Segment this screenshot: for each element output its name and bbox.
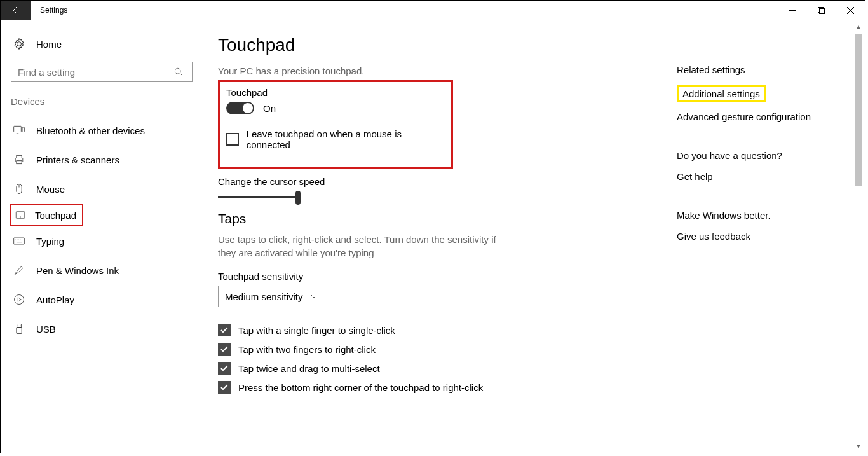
close-icon bbox=[847, 7, 854, 14]
sidebar-item-autoplay[interactable]: AutoPlay bbox=[8, 285, 198, 314]
scroll-thumb[interactable] bbox=[855, 34, 862, 186]
mouse-icon bbox=[12, 182, 26, 196]
settings-window: Settings Home bbox=[0, 0, 865, 453]
sensitivity-value: Medium sensitivity bbox=[225, 291, 303, 302]
back-button[interactable] bbox=[1, 1, 31, 20]
svg-rect-6 bbox=[17, 155, 22, 158]
home-label: Home bbox=[36, 39, 62, 50]
tap-single-finger-checkbox[interactable] bbox=[218, 324, 231, 336]
tap-two-fingers-checkbox[interactable] bbox=[218, 343, 231, 356]
press-bottom-right-checkbox[interactable] bbox=[218, 381, 231, 394]
svg-rect-1 bbox=[819, 8, 824, 13]
search-icon bbox=[174, 67, 192, 76]
sidebar-item-typing[interactable]: Typing bbox=[8, 226, 198, 256]
sensitivity-label: Touchpad sensitivity bbox=[218, 271, 668, 282]
press-bottom-right-label: Press the bottom right corner of the tou… bbox=[238, 382, 483, 393]
related-settings-head: Related settings bbox=[677, 64, 848, 75]
check-icon bbox=[220, 326, 229, 335]
sidebar-item-label: Typing bbox=[36, 236, 64, 247]
vertical-scrollbar[interactable]: ▲ ▼ bbox=[853, 21, 864, 452]
svg-point-2 bbox=[175, 68, 180, 74]
sidebar-item-label: AutoPlay bbox=[36, 294, 74, 305]
minimize-button[interactable] bbox=[777, 1, 806, 20]
check-icon bbox=[220, 383, 229, 392]
window-controls bbox=[777, 1, 865, 20]
printer-icon bbox=[12, 153, 26, 167]
sidebar-item-touchpad[interactable]: Touchpad bbox=[10, 204, 83, 226]
arrow-left-icon bbox=[11, 5, 21, 15]
svg-rect-4 bbox=[22, 127, 24, 132]
scroll-down-arrow[interactable]: ▼ bbox=[853, 441, 864, 452]
sidebar-item-bluetooth[interactable]: Bluetooth & other devices bbox=[8, 116, 198, 145]
touchpad-icon bbox=[13, 208, 27, 222]
minimize-icon bbox=[789, 7, 796, 14]
sidebar-item-label: Printers & scanners bbox=[36, 155, 119, 165]
sidebar: Home Devices Bluetooth & other devices bbox=[1, 20, 198, 453]
maximize-icon bbox=[818, 7, 825, 14]
leave-touchpad-on-checkbox[interactable] bbox=[226, 133, 239, 146]
cursor-speed-slider[interactable] bbox=[218, 196, 396, 198]
chevron-down-icon bbox=[310, 293, 318, 300]
home-button[interactable]: Home bbox=[8, 31, 198, 57]
devices-icon bbox=[12, 123, 26, 137]
sidebar-item-mouse[interactable]: Mouse bbox=[8, 174, 198, 204]
scroll-up-arrow[interactable]: ▲ bbox=[853, 21, 864, 32]
touchpad-toggle[interactable] bbox=[226, 102, 254, 114]
svg-rect-3 bbox=[14, 126, 22, 132]
usb-icon bbox=[12, 322, 26, 336]
close-button[interactable] bbox=[836, 1, 865, 20]
additional-settings-link[interactable]: Additional settings bbox=[682, 88, 760, 99]
sidebar-item-printers[interactable]: Printers & scanners bbox=[8, 145, 198, 174]
sidebar-item-label: Touchpad bbox=[35, 210, 76, 221]
toggle-knob bbox=[243, 103, 253, 113]
sidebar-item-label: USB bbox=[36, 324, 56, 335]
search-box[interactable] bbox=[11, 62, 193, 82]
highlight-frame-touchpad: Touchpad On Leave touchpad on when a mou… bbox=[218, 80, 453, 169]
advanced-gesture-link[interactable]: Advanced gesture configuration bbox=[677, 111, 848, 122]
autoplay-icon bbox=[12, 293, 26, 307]
check-icon bbox=[220, 364, 229, 373]
app-title: Settings bbox=[40, 6, 67, 15]
svg-rect-7 bbox=[17, 161, 22, 164]
maximize-button[interactable] bbox=[806, 1, 836, 20]
svg-rect-13 bbox=[17, 328, 22, 334]
taps-heading: Taps bbox=[218, 211, 668, 226]
sidebar-item-pen[interactable]: Pen & Windows Ink bbox=[8, 256, 198, 285]
sidebar-item-label: Pen & Windows Ink bbox=[36, 265, 119, 276]
tap-single-finger-label: Tap with a single finger to single-click bbox=[238, 325, 395, 336]
leave-touchpad-on-label: Leave touchpad on when a mouse is connec… bbox=[247, 128, 444, 150]
pen-icon bbox=[12, 263, 26, 277]
sidebar-group-header: Devices bbox=[11, 96, 198, 107]
page-title: Touchpad bbox=[218, 35, 668, 55]
slider-thumb[interactable] bbox=[295, 191, 301, 205]
check-icon bbox=[220, 345, 229, 354]
sidebar-item-label: Mouse bbox=[36, 184, 65, 195]
highlight-additional-settings: Additional settings bbox=[677, 85, 766, 102]
keyboard-icon bbox=[12, 234, 26, 248]
tap-twice-drag-checkbox[interactable] bbox=[218, 362, 231, 375]
content-pane: Touchpad Your PC has a precision touchpa… bbox=[198, 20, 668, 453]
precision-touchpad-text: Your PC has a precision touchpad. bbox=[218, 66, 668, 76]
toggle-state-label: On bbox=[263, 103, 276, 114]
cursor-speed-label: Change the cursor speed bbox=[218, 176, 668, 187]
get-help-link[interactable]: Get help bbox=[677, 171, 848, 182]
taps-description: Use taps to click, right-click and selec… bbox=[218, 233, 498, 259]
sidebar-item-usb[interactable]: USB bbox=[8, 314, 198, 343]
svg-rect-12 bbox=[17, 324, 22, 328]
question-head: Do you have a question? bbox=[677, 150, 848, 161]
svg-rect-10 bbox=[14, 238, 25, 244]
touchpad-section-label: Touchpad bbox=[226, 87, 444, 98]
titlebar: Settings bbox=[1, 1, 865, 20]
gear-icon bbox=[12, 37, 26, 51]
sidebar-item-label: Bluetooth & other devices bbox=[36, 125, 145, 136]
sensitivity-dropdown[interactable]: Medium sensitivity bbox=[218, 286, 323, 307]
tap-twice-drag-label: Tap twice and drag to multi-select bbox=[238, 363, 380, 374]
search-input[interactable] bbox=[11, 67, 174, 78]
tap-two-fingers-label: Tap with two fingers to right-click bbox=[238, 344, 376, 355]
make-better-head: Make Windows better. bbox=[677, 210, 848, 221]
svg-point-11 bbox=[15, 295, 24, 305]
right-column: Related settings Additional settings Adv… bbox=[668, 20, 848, 453]
feedback-link[interactable]: Give us feedback bbox=[677, 231, 848, 242]
